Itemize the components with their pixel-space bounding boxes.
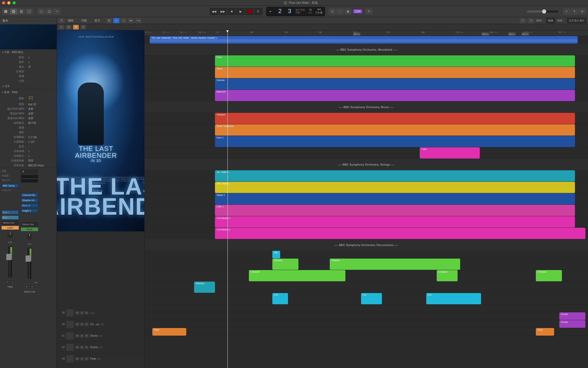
- region-row[interactable]: Flute: [145, 55, 588, 67]
- solo-button[interactable]: S: [10, 280, 15, 283]
- region[interactable]: 2nd. Violin 1: [215, 182, 575, 193]
- region[interactable]: 1st. Violin 1: [215, 170, 575, 182]
- region-row[interactable]: Bassoon: [145, 90, 588, 101]
- region-row[interactable]: ---- BBC Symphony Orchestra. Percussions…: [145, 239, 588, 251]
- flex-button[interactable]: ⋈: [128, 18, 134, 23]
- browser-button[interactable]: ☰: [579, 8, 586, 15]
- track-mute[interactable]: M: [75, 346, 79, 349]
- region[interactable]: Full: [361, 293, 382, 304]
- marker[interactable]: 标记 2: [353, 32, 361, 36]
- grid-view-button[interactable]: ⊞: [106, 18, 112, 23]
- channel-select[interactable]: Inst 26: [28, 103, 55, 106]
- region[interactable]: Clarinet: [215, 78, 575, 90]
- hide-button[interactable]: H: [73, 25, 79, 30]
- region-row[interactable]: FluteFlute: [145, 328, 588, 336]
- track-header[interactable]: 38MSR Ch1: [57, 307, 144, 319]
- send-bus1[interactable]: Bus 1: [2, 210, 19, 214]
- minimize-window-button[interactable]: [7, 1, 10, 4]
- back-button[interactable]: ↰: [58, 18, 65, 23]
- tempo-value[interactable]: 79: [309, 9, 312, 11]
- track-name[interactable]: Drums Ch1: [90, 334, 143, 337]
- instrument-slot[interactable]: BBC Symp…: [2, 184, 19, 188]
- quantize-select[interactable]: 关: [28, 65, 55, 69]
- automation-button[interactable]: ∿: [121, 18, 127, 23]
- region[interactable]: Untuned: [437, 270, 458, 281]
- region[interactable]: Tener Trombone: [215, 124, 575, 136]
- track-solo[interactable]: S: [80, 311, 84, 315]
- region-row[interactable]: ---- BBC Symphony Orchestra. Strings ---…: [145, 159, 588, 170]
- snap-select[interactable]: 敏捷: [546, 18, 555, 23]
- region-row[interactable]: The Last Airbender -Flow Like Water- Jam…: [145, 36, 588, 44]
- region-row[interactable]: Clarinet: [145, 78, 588, 90]
- region[interactable]: Flute: [152, 328, 186, 336]
- region-row[interactable]: Drums: [145, 312, 588, 320]
- track-name[interactable]: Drums Ch1: [90, 346, 143, 349]
- track-name[interactable]: Flute Ch1: [90, 357, 143, 360]
- region-row[interactable]: ---- BBC Symphony Orchestra. Woodwind --…: [145, 44, 588, 55]
- region[interactable]: Untuned: [536, 270, 562, 281]
- region[interactable]: Drums: [559, 312, 585, 320]
- count-in-button[interactable]: ▣: [344, 8, 352, 15]
- region-loop-toggle[interactable]: □: [28, 61, 55, 64]
- library-button[interactable]: [2, 8, 9, 15]
- bar-ruler[interactable]: 1 2 3 45 2 3 49 2 3 413 2 3 417253341495…: [145, 30, 588, 36]
- track-record[interactable]: R: [85, 334, 89, 338]
- list-view-button[interactable]: ⊡: [113, 18, 119, 23]
- region[interactable]: Full: [272, 293, 288, 304]
- apple-loops-button[interactable]: ⟳: [365, 8, 373, 15]
- region[interactable]: Horn 1: [215, 136, 575, 147]
- output-slot-2[interactable]: Stereo Out: [21, 222, 38, 226]
- video-preview[interactable]: [0, 25, 57, 49]
- key-signature[interactable]: C大调: [315, 11, 322, 15]
- automation-read[interactable]: Read: [21, 227, 38, 231]
- region-row[interactable]: TimpaniTimpani: [145, 259, 588, 270]
- track-mute[interactable]: M: [75, 357, 79, 361]
- track-solo[interactable]: S: [80, 334, 84, 338]
- track-icon[interactable]: [66, 321, 74, 328]
- region[interactable]: Contrabass 1: [215, 216, 575, 227]
- stop-button[interactable]: ■: [227, 8, 236, 15]
- replace-button[interactable]: ⊡: [329, 8, 336, 15]
- playhead-position[interactable]: - 2 3: [268, 8, 292, 15]
- region-row[interactable]: UntunedUntunedUntuned: [145, 270, 588, 282]
- rewind-button[interactable]: ◀◀: [210, 8, 218, 15]
- playhead[interactable]: [227, 30, 228, 368]
- region-row[interactable]: Har…: [145, 251, 588, 259]
- marker[interactable]: 标记 4: [508, 32, 516, 36]
- track-header[interactable]: 54MSRFlute Ch1: [57, 353, 144, 365]
- region-row[interactable]: Cello 1: [145, 205, 588, 216]
- track-solo[interactable]: S: [80, 323, 84, 326]
- automation-latch[interactable]: Latch: [2, 226, 19, 230]
- region[interactable]: Glocksp…: [194, 282, 215, 293]
- movie-header[interactable]: 影片: [0, 17, 57, 25]
- region[interactable]: Cello 1: [215, 205, 575, 216]
- settings-slot-2[interactable]: ⚙: [21, 170, 38, 174]
- drag-select[interactable]: 交叉渐入渐出: [567, 18, 586, 23]
- region[interactable]: Drums: [559, 320, 585, 328]
- view-menu[interactable]: 显示: [92, 19, 105, 22]
- marker[interactable]: 标记 3: [482, 32, 489, 36]
- track-solo[interactable]: S: [80, 357, 84, 361]
- track-name[interactable]: Ch1: [90, 311, 143, 314]
- region[interactable]: Full: [426, 293, 481, 304]
- scissors-button[interactable]: ✂: [53, 8, 61, 15]
- track-record[interactable]: R: [85, 357, 89, 361]
- close-window-button[interactable]: [2, 1, 5, 4]
- track-record[interactable]: R: [85, 346, 89, 349]
- region[interactable]: Untuned: [249, 270, 345, 281]
- solo-toggle[interactable]: S: [80, 25, 86, 30]
- region[interactable]: Flute: [536, 328, 554, 336]
- track-mute[interactable]: M: [75, 334, 79, 338]
- region-row[interactable]: Drums: [145, 320, 588, 328]
- add-track-button[interactable]: +: [58, 25, 64, 30]
- master-volume-slider[interactable]: [527, 10, 558, 13]
- region[interactable]: Contrabass 2: [215, 228, 585, 239]
- region-row[interactable]: 1st. Violin 1: [145, 170, 588, 182]
- track-icon[interactable]: [66, 355, 74, 363]
- region-row[interactable]: 2nd. Violin 1: [145, 182, 588, 193]
- plugin-channeleq[interactable]: Channel EQ: [21, 193, 38, 197]
- lcd-display[interactable]: - 2 3 拍子节拍分割 79保持 4/4C大调: [266, 7, 325, 16]
- plugin-insight2[interactable]: Insight 2: [21, 209, 38, 213]
- plugin-prol2[interactable]: Pro-L 2: [21, 203, 38, 208]
- track-header[interactable]: 44MSRCh…us Ch1: [57, 319, 144, 330]
